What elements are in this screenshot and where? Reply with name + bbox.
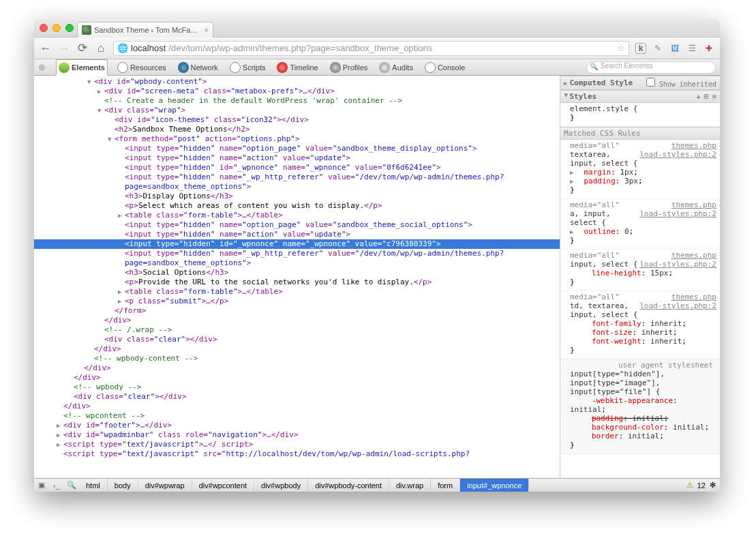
profiles-icon xyxy=(330,62,341,73)
devtools-close-icon[interactable]: ⊗ xyxy=(38,62,46,72)
browser-window: Sandbox Theme ‹ Tom McFa… × ← → ⟳ ⌂ 🌐 lo… xyxy=(34,19,720,492)
reload-button[interactable]: ⟳ xyxy=(76,41,89,55)
devtools-statusbar: ▣ ›_ 🔍 html body div#wpwrap div#wpconten… xyxy=(34,478,720,492)
tab-scripts[interactable]: Scripts xyxy=(228,59,268,76)
style-rule[interactable]: media="all"themes.php td, textarea,load-… xyxy=(560,291,720,359)
toggle-state-icon[interactable]: ⊞ xyxy=(704,92,709,101)
bookmark-star-icon[interactable]: ☆ xyxy=(617,43,625,53)
url-input[interactable]: 🌐 localhost/dev/tom/wp/wp-admin/themes.p… xyxy=(113,41,629,56)
breadcrumb-item-selected[interactable]: input#_wpnonce xyxy=(460,479,529,492)
tab-elements[interactable]: Elements xyxy=(56,59,108,76)
styles-section[interactable]: Styles+⊞✻ xyxy=(560,90,720,103)
console-toggle-icon[interactable]: ›_ xyxy=(49,481,64,490)
tab-timeline[interactable]: Timeline xyxy=(275,59,320,76)
window-controls xyxy=(40,24,74,32)
extension-layers-icon[interactable]: ☰ xyxy=(686,43,697,54)
style-rule[interactable]: media="all"themes.php input, select {loa… xyxy=(560,250,720,291)
add-rule-icon[interactable]: + xyxy=(696,92,701,101)
breadcrumb-item[interactable]: body xyxy=(108,479,138,492)
style-rule-useragent: user agent stylesheet input[type="hidden… xyxy=(560,359,720,454)
zoom-window-button[interactable] xyxy=(65,24,74,32)
styles-panel: Computed Style Show inherited Styles+⊞✻ … xyxy=(560,76,720,478)
breadcrumb-item[interactable]: html xyxy=(79,479,108,492)
minimize-window-button[interactable] xyxy=(52,24,61,32)
elements-icon xyxy=(59,62,70,73)
network-icon xyxy=(178,62,189,73)
tab-console[interactable]: Console xyxy=(423,59,467,76)
breadcrumb-item[interactable]: div.wrap xyxy=(389,479,431,492)
tab-profiles[interactable]: Profiles xyxy=(328,59,370,76)
forward-button[interactable]: → xyxy=(58,42,70,55)
extension-bug-icon[interactable]: ✚ xyxy=(704,43,714,54)
extension-icons: k ✎ 🖼 ☰ ✚ xyxy=(635,43,714,54)
browser-tab[interactable]: Sandbox Theme ‹ Tom McFa… × xyxy=(77,22,213,38)
inspect-icon[interactable]: 🔍 xyxy=(64,481,79,490)
close-window-button[interactable] xyxy=(40,24,48,32)
dock-icon[interactable]: ▣ xyxy=(34,481,49,490)
window-titlebar: Sandbox Theme ‹ Tom McFa… × xyxy=(34,19,720,38)
url-host: localhost xyxy=(131,43,166,53)
style-rule[interactable]: media="all"themes.php a, input,load-styl… xyxy=(560,199,720,250)
extension-k-icon[interactable]: k xyxy=(635,43,646,54)
show-inherited-checkbox[interactable] xyxy=(646,78,655,87)
gear-icon[interactable]: ✻ xyxy=(712,92,716,101)
tab-resources[interactable]: Resources xyxy=(115,59,168,76)
timeline-icon xyxy=(277,62,288,73)
extension-tool-icon[interactable]: ✎ xyxy=(652,43,663,54)
breadcrumb-item[interactable]: div#wpbody-content xyxy=(308,479,389,492)
back-button[interactable]: ← xyxy=(40,42,52,55)
tab-audits[interactable]: Audits xyxy=(377,59,415,76)
warning-count[interactable]: 12 xyxy=(697,481,706,490)
dom-tree[interactable]: <div id="wpbody-content"> <div id="scree… xyxy=(34,76,560,478)
selected-dom-node: <input type="hidden" id="_wpnonce" name=… xyxy=(34,239,560,249)
scripts-icon xyxy=(230,62,241,73)
tab-close-icon[interactable]: × xyxy=(205,23,209,38)
console-icon xyxy=(425,62,436,73)
home-button[interactable]: ⌂ xyxy=(95,42,107,55)
breadcrumb-item[interactable]: div#wpcontent xyxy=(192,479,254,492)
matched-rules-section: Matched CSS Rules xyxy=(560,127,720,140)
globe-icon: 🌐 xyxy=(117,43,128,53)
style-rule[interactable]: element.style { } xyxy=(560,103,720,127)
tab-title: Sandbox Theme ‹ Tom McFa… xyxy=(94,23,198,38)
tab-network[interactable]: Network xyxy=(176,59,220,76)
resources-icon xyxy=(117,62,128,73)
settings-gear-icon[interactable]: ✻ xyxy=(710,481,716,490)
devtools-toolbar: ⊗ Elements Resources Network Scripts Tim… xyxy=(34,59,720,76)
address-bar: ← → ⟳ ⌂ 🌐 localhost/dev/tom/wp/wp-admin/… xyxy=(34,38,720,59)
audits-icon xyxy=(379,62,390,73)
breadcrumb-item[interactable]: div#wpbody xyxy=(254,479,308,492)
breadcrumb-item[interactable]: div#wpwrap xyxy=(138,479,192,492)
extension-picture-icon[interactable]: 🖼 xyxy=(669,43,680,54)
computed-style-section[interactable]: Computed Style Show inherited xyxy=(560,76,720,90)
breadcrumb-item[interactable]: form xyxy=(431,479,460,492)
url-path: /dev/tom/wp/wp-admin/themes.php?page=san… xyxy=(168,43,432,53)
devtools-panel: ⊗ Elements Resources Network Scripts Tim… xyxy=(34,59,720,492)
warning-icon[interactable]: ⚠ xyxy=(686,481,693,490)
devtools-search-input[interactable]: Search Elements xyxy=(586,61,716,74)
style-rule[interactable]: media="all"themes.php textarea,load-styl… xyxy=(560,140,720,199)
favicon-icon xyxy=(82,25,91,35)
